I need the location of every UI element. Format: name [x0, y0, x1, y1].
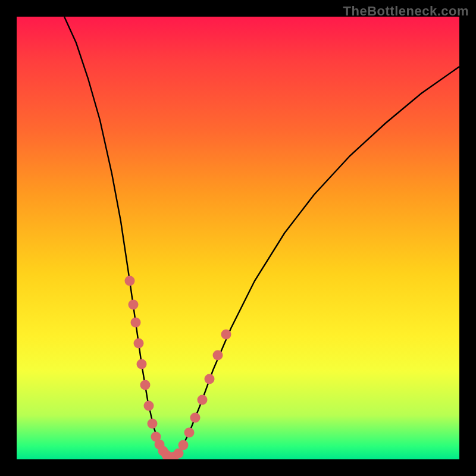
curve-marker — [129, 300, 139, 310]
chart-svg — [17, 17, 459, 459]
attribution-watermark: TheBottleneck.com — [343, 4, 469, 19]
curve-marker — [198, 395, 208, 405]
curve-marker — [178, 440, 189, 450]
curve-marker — [221, 330, 231, 340]
chart-plot-area — [17, 17, 459, 459]
curve-marker — [125, 276, 135, 286]
curve-marker — [137, 359, 147, 369]
curve-marker — [131, 318, 141, 328]
curve-marker — [213, 350, 223, 361]
curve-marker — [134, 339, 144, 349]
curve-marker — [148, 419, 158, 429]
curve-marker — [184, 428, 195, 438]
chart-frame: TheBottleneck.com — [0, 0, 476, 476]
curve-marker — [190, 413, 201, 423]
bottleneck-curve — [64, 17, 459, 458]
curve-marker — [140, 380, 151, 390]
curve-marker — [205, 374, 215, 384]
curve-markers — [125, 276, 231, 460]
curve-marker — [144, 401, 154, 411]
